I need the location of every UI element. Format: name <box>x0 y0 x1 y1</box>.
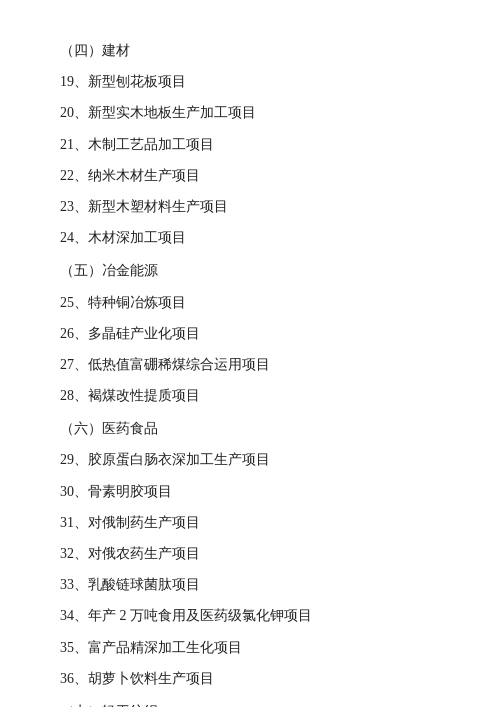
list-item: 25、特种铜冶炼项目 <box>60 290 440 315</box>
list-item: 26、多晶硅产业化项目 <box>60 321 440 346</box>
list-item: 24、木材深加工项目 <box>60 225 440 250</box>
list-item: 35、富产品精深加工生化项目 <box>60 635 440 660</box>
list-item: 28、褐煤改性提质项目 <box>60 383 440 408</box>
section-header: （七）轻工纺织 <box>60 699 440 707</box>
list-item: 22、纳米木材生产项目 <box>60 163 440 188</box>
list-item: 21、木制工艺品加工项目 <box>60 132 440 157</box>
section-header: （六）医药食品 <box>60 416 440 441</box>
list-item: 30、骨素明胶项目 <box>60 479 440 504</box>
main-content: （四）建材19、新型刨花板项目20、新型实木地板生产加工项目21、木制工艺品加工… <box>60 38 440 707</box>
list-item: 31、对俄制药生产项目 <box>60 510 440 535</box>
list-item: 29、胶原蛋白肠衣深加工生产项目 <box>60 447 440 472</box>
list-item: 32、对俄农药生产项目 <box>60 541 440 566</box>
list-item: 34、年产 2 万吨食用及医药级氯化钾项目 <box>60 603 440 628</box>
list-item: 27、低热值富硼稀煤综合运用项目 <box>60 352 440 377</box>
list-item: 36、胡萝卜饮料生产项目 <box>60 666 440 691</box>
list-item: 20、新型实木地板生产加工项目 <box>60 100 440 125</box>
section-header: （四）建材 <box>60 38 440 63</box>
list-item: 33、乳酸链球菌肽项目 <box>60 572 440 597</box>
list-item: 19、新型刨花板项目 <box>60 69 440 94</box>
list-item: 23、新型木塑材料生产项目 <box>60 194 440 219</box>
section-header: （五）冶金能源 <box>60 258 440 283</box>
